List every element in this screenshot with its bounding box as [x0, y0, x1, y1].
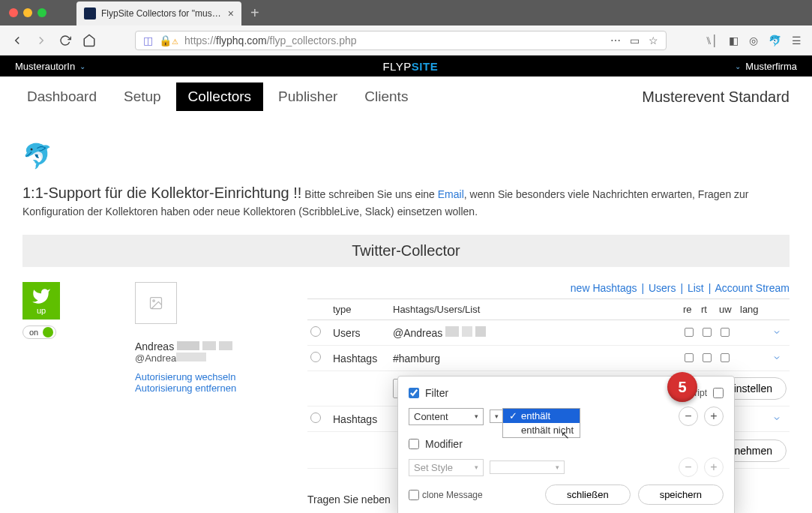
dolphin-icon: 🐬: [22, 138, 52, 174]
uw-checkbox[interactable]: [721, 328, 730, 337]
users-link[interactable]: Users: [649, 282, 676, 294]
step-badge: 5: [667, 372, 697, 402]
window-zoom-icon[interactable]: [37, 8, 46, 17]
row-radio[interactable]: [310, 326, 321, 337]
page-actions-icon[interactable]: ⋯: [610, 34, 621, 46]
org-name: Musterfirma: [745, 61, 797, 72]
window-close-icon[interactable]: [9, 8, 18, 17]
forward-button[interactable]: [34, 34, 48, 47]
profile-image: [135, 282, 177, 324]
modifier-checkbox[interactable]: [409, 439, 419, 449]
add-filter-button[interactable]: +: [704, 406, 724, 426]
library-icon[interactable]: ⑊│: [706, 34, 718, 46]
brand-logo: FLYPSITE: [382, 60, 438, 73]
th-lang: lang: [737, 299, 767, 320]
clone-label: clone Message: [422, 490, 483, 500]
collector-title: Twitter-Collector: [22, 235, 790, 267]
row-radio[interactable]: [310, 352, 321, 362]
nav-publisher[interactable]: Publisher: [266, 82, 349, 111]
modifier-label: Modifier: [425, 438, 463, 450]
nav-clients[interactable]: Clients: [352, 82, 420, 111]
profile-name: Andreas: [135, 340, 285, 352]
caret-icon: ▾: [475, 464, 478, 471]
content-select[interactable]: Content▾: [409, 408, 484, 425]
toggle-indicator-icon: [43, 327, 53, 338]
user-menu[interactable]: MusterautorIn ⌄: [15, 61, 85, 72]
reload-button[interactable]: [58, 34, 72, 47]
browser-toolbar: ◫ 🔒⚠ https://flyphq.com/flyp_collectors.…: [0, 26, 812, 56]
add-modifier-button[interactable]: +: [704, 458, 724, 477]
remove-filter-button[interactable]: −: [679, 406, 698, 426]
menu-icon[interactable]: ☰: [792, 34, 802, 46]
email-link[interactable]: Email: [438, 188, 464, 200]
dropdown-option-not-contains[interactable]: enthält nicht: [503, 423, 580, 437]
tab-close-icon[interactable]: ×: [228, 8, 234, 20]
remove-modifier-button[interactable]: −: [679, 458, 698, 477]
event-name: Musterevent Standard: [642, 88, 797, 106]
modifier-value-select[interactable]: ▾: [490, 460, 565, 474]
setstyle-select[interactable]: Set Style▾: [409, 459, 484, 476]
filter-label: Filter: [425, 387, 448, 399]
home-button[interactable]: [82, 34, 96, 47]
save-button[interactable]: speichern: [638, 484, 724, 505]
expand-row-icon[interactable]: [770, 352, 784, 364]
toggle-label: on: [29, 328, 38, 337]
top-links: new Hashtags | Users | List | Account St…: [307, 282, 790, 294]
twitter-collector-button[interactable]: up: [22, 282, 60, 320]
expand-row-icon[interactable]: [770, 327, 784, 339]
bookmark-icon[interactable]: ☆: [649, 34, 658, 46]
user-name: MusterautorIn: [15, 61, 75, 72]
new-tab-button[interactable]: +: [250, 4, 259, 22]
close-button[interactable]: schließen: [545, 484, 631, 505]
org-menu[interactable]: ⌄ Musterfirma: [735, 61, 797, 72]
nav-dashboard[interactable]: Dashboard: [15, 82, 109, 111]
profile-handle: @Andrea: [135, 352, 285, 364]
browser-tab[interactable]: FlypSite Collectors for "musterf ×: [76, 2, 241, 26]
nav-collectors[interactable]: Collectors: [176, 82, 263, 111]
tab-title: FlypSite Collectors for "musterf: [101, 8, 223, 19]
collector-status: up: [37, 306, 46, 315]
filter-checkbox[interactable]: [409, 388, 419, 398]
sidebar-icon[interactable]: ◧: [729, 34, 739, 46]
rt-checkbox[interactable]: [703, 353, 712, 362]
url-input[interactable]: ◫ 🔒⚠ https://flyphq.com/flyp_collectors.…: [135, 31, 667, 50]
th-type: type: [330, 299, 390, 320]
row-type: Users: [330, 320, 390, 346]
window-minimize-icon[interactable]: [23, 8, 32, 17]
account-stream-link[interactable]: Account Stream: [715, 282, 790, 294]
caret-icon: ▾: [556, 464, 559, 471]
rt-checkbox[interactable]: [703, 328, 712, 337]
shield-icon: ◫: [143, 34, 153, 46]
re-checkbox[interactable]: [685, 328, 694, 337]
table-row: Hashtags #hamburg: [307, 346, 790, 371]
reader-icon[interactable]: ▭: [630, 34, 640, 46]
dropdown-option-contains[interactable]: ✓enthält: [503, 409, 580, 423]
row-type: Hashtags: [330, 346, 390, 371]
tab-favicon-icon: [84, 8, 96, 20]
condition-dropdown: ✓enthält enthält nicht: [502, 408, 580, 438]
account-icon[interactable]: ◎: [749, 34, 758, 46]
row-radio[interactable]: [310, 412, 321, 423]
uw-checkbox[interactable]: [721, 353, 730, 362]
new-hashtags-link[interactable]: new Hashtags: [571, 282, 637, 294]
auth-remove-link[interactable]: Autorisierung entfernen: [135, 382, 236, 394]
url-text: https://flyphq.com/flyp_collectors.php: [184, 34, 357, 46]
script-checkbox[interactable]: [713, 388, 724, 398]
collector-toggle[interactable]: on: [22, 326, 56, 339]
caret-icon: ▾: [495, 412, 499, 420]
re-checkbox[interactable]: [685, 353, 694, 362]
auth-change-link[interactable]: Autorisierung wechseln: [135, 371, 235, 382]
nav-setup[interactable]: Setup: [112, 82, 173, 111]
row-type: Hashtags: [330, 406, 390, 432]
svg-point-1: [153, 300, 155, 302]
th-uw: uw: [716, 299, 737, 320]
dolphin-ext-icon[interactable]: 🐬: [769, 34, 781, 46]
clone-checkbox[interactable]: [409, 490, 419, 500]
expand-row-icon[interactable]: [770, 413, 784, 425]
list-link[interactable]: List: [688, 282, 704, 294]
condition-select[interactable]: ▾: [490, 410, 503, 423]
back-button[interactable]: [10, 34, 24, 47]
lock-warn-icon: 🔒⚠: [159, 34, 178, 46]
window-titlebar: FlypSite Collectors for "musterf × +: [0, 0, 812, 26]
row-value: @Andreas: [390, 320, 680, 346]
